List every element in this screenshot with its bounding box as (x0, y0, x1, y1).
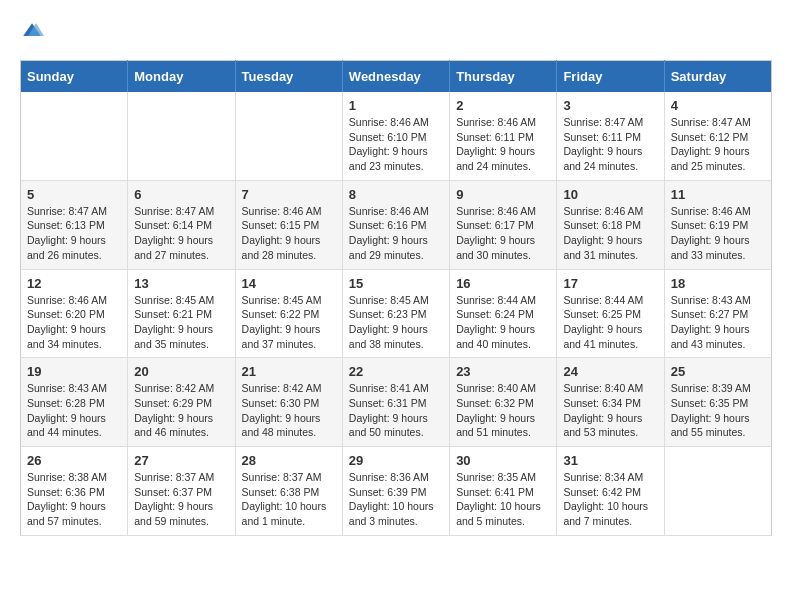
logo-icon (20, 20, 44, 44)
day-info: Sunrise: 8:37 AM Sunset: 6:38 PM Dayligh… (242, 470, 336, 529)
weekday-header: Saturday (664, 61, 771, 93)
day-info: Sunrise: 8:45 AM Sunset: 6:22 PM Dayligh… (242, 293, 336, 352)
calendar-cell: 30Sunrise: 8:35 AM Sunset: 6:41 PM Dayli… (450, 447, 557, 536)
calendar-cell: 9Sunrise: 8:46 AM Sunset: 6:17 PM Daylig… (450, 180, 557, 269)
calendar-cell: 20Sunrise: 8:42 AM Sunset: 6:29 PM Dayli… (128, 358, 235, 447)
day-number: 20 (134, 364, 228, 379)
calendar-cell (235, 92, 342, 180)
day-number: 27 (134, 453, 228, 468)
calendar-cell: 13Sunrise: 8:45 AM Sunset: 6:21 PM Dayli… (128, 269, 235, 358)
calendar-cell: 21Sunrise: 8:42 AM Sunset: 6:30 PM Dayli… (235, 358, 342, 447)
day-number: 14 (242, 276, 336, 291)
calendar-cell: 18Sunrise: 8:43 AM Sunset: 6:27 PM Dayli… (664, 269, 771, 358)
day-info: Sunrise: 8:47 AM Sunset: 6:11 PM Dayligh… (563, 115, 657, 174)
day-info: Sunrise: 8:40 AM Sunset: 6:34 PM Dayligh… (563, 381, 657, 440)
day-info: Sunrise: 8:46 AM Sunset: 6:11 PM Dayligh… (456, 115, 550, 174)
day-info: Sunrise: 8:36 AM Sunset: 6:39 PM Dayligh… (349, 470, 443, 529)
day-number: 12 (27, 276, 121, 291)
calendar-cell: 25Sunrise: 8:39 AM Sunset: 6:35 PM Dayli… (664, 358, 771, 447)
day-number: 26 (27, 453, 121, 468)
calendar-cell: 2Sunrise: 8:46 AM Sunset: 6:11 PM Daylig… (450, 92, 557, 180)
day-number: 3 (563, 98, 657, 113)
calendar-cell: 5Sunrise: 8:47 AM Sunset: 6:13 PM Daylig… (21, 180, 128, 269)
calendar-cell: 7Sunrise: 8:46 AM Sunset: 6:15 PM Daylig… (235, 180, 342, 269)
calendar-cell: 4Sunrise: 8:47 AM Sunset: 6:12 PM Daylig… (664, 92, 771, 180)
day-number: 23 (456, 364, 550, 379)
calendar-cell: 26Sunrise: 8:38 AM Sunset: 6:36 PM Dayli… (21, 447, 128, 536)
day-number: 6 (134, 187, 228, 202)
day-number: 5 (27, 187, 121, 202)
calendar-cell: 15Sunrise: 8:45 AM Sunset: 6:23 PM Dayli… (342, 269, 449, 358)
day-number: 11 (671, 187, 765, 202)
day-number: 8 (349, 187, 443, 202)
calendar-cell: 14Sunrise: 8:45 AM Sunset: 6:22 PM Dayli… (235, 269, 342, 358)
weekday-row: SundayMondayTuesdayWednesdayThursdayFrid… (21, 61, 772, 93)
day-info: Sunrise: 8:39 AM Sunset: 6:35 PM Dayligh… (671, 381, 765, 440)
weekday-header: Monday (128, 61, 235, 93)
calendar-week-row: 12Sunrise: 8:46 AM Sunset: 6:20 PM Dayli… (21, 269, 772, 358)
day-info: Sunrise: 8:46 AM Sunset: 6:16 PM Dayligh… (349, 204, 443, 263)
calendar-cell: 29Sunrise: 8:36 AM Sunset: 6:39 PM Dayli… (342, 447, 449, 536)
day-info: Sunrise: 8:46 AM Sunset: 6:15 PM Dayligh… (242, 204, 336, 263)
day-info: Sunrise: 8:46 AM Sunset: 6:10 PM Dayligh… (349, 115, 443, 174)
day-number: 9 (456, 187, 550, 202)
calendar-cell: 23Sunrise: 8:40 AM Sunset: 6:32 PM Dayli… (450, 358, 557, 447)
day-number: 30 (456, 453, 550, 468)
day-number: 10 (563, 187, 657, 202)
day-info: Sunrise: 8:38 AM Sunset: 6:36 PM Dayligh… (27, 470, 121, 529)
calendar-cell: 1Sunrise: 8:46 AM Sunset: 6:10 PM Daylig… (342, 92, 449, 180)
calendar-cell: 17Sunrise: 8:44 AM Sunset: 6:25 PM Dayli… (557, 269, 664, 358)
calendar-week-row: 19Sunrise: 8:43 AM Sunset: 6:28 PM Dayli… (21, 358, 772, 447)
day-number: 2 (456, 98, 550, 113)
calendar-week-row: 26Sunrise: 8:38 AM Sunset: 6:36 PM Dayli… (21, 447, 772, 536)
day-info: Sunrise: 8:46 AM Sunset: 6:20 PM Dayligh… (27, 293, 121, 352)
day-number: 18 (671, 276, 765, 291)
calendar-cell: 28Sunrise: 8:37 AM Sunset: 6:38 PM Dayli… (235, 447, 342, 536)
calendar-cell: 22Sunrise: 8:41 AM Sunset: 6:31 PM Dayli… (342, 358, 449, 447)
day-number: 13 (134, 276, 228, 291)
calendar-body: 1Sunrise: 8:46 AM Sunset: 6:10 PM Daylig… (21, 92, 772, 535)
calendar-cell: 10Sunrise: 8:46 AM Sunset: 6:18 PM Dayli… (557, 180, 664, 269)
weekday-header: Sunday (21, 61, 128, 93)
calendar-cell: 31Sunrise: 8:34 AM Sunset: 6:42 PM Dayli… (557, 447, 664, 536)
day-number: 7 (242, 187, 336, 202)
day-info: Sunrise: 8:46 AM Sunset: 6:19 PM Dayligh… (671, 204, 765, 263)
calendar-cell: 6Sunrise: 8:47 AM Sunset: 6:14 PM Daylig… (128, 180, 235, 269)
logo (20, 20, 48, 44)
day-info: Sunrise: 8:43 AM Sunset: 6:28 PM Dayligh… (27, 381, 121, 440)
calendar-cell: 12Sunrise: 8:46 AM Sunset: 6:20 PM Dayli… (21, 269, 128, 358)
day-info: Sunrise: 8:46 AM Sunset: 6:17 PM Dayligh… (456, 204, 550, 263)
day-info: Sunrise: 8:37 AM Sunset: 6:37 PM Dayligh… (134, 470, 228, 529)
day-info: Sunrise: 8:34 AM Sunset: 6:42 PM Dayligh… (563, 470, 657, 529)
day-number: 4 (671, 98, 765, 113)
day-info: Sunrise: 8:35 AM Sunset: 6:41 PM Dayligh… (456, 470, 550, 529)
calendar-cell (664, 447, 771, 536)
day-info: Sunrise: 8:46 AM Sunset: 6:18 PM Dayligh… (563, 204, 657, 263)
calendar-week-row: 5Sunrise: 8:47 AM Sunset: 6:13 PM Daylig… (21, 180, 772, 269)
day-number: 21 (242, 364, 336, 379)
day-number: 24 (563, 364, 657, 379)
calendar-cell: 3Sunrise: 8:47 AM Sunset: 6:11 PM Daylig… (557, 92, 664, 180)
calendar-cell: 19Sunrise: 8:43 AM Sunset: 6:28 PM Dayli… (21, 358, 128, 447)
day-number: 22 (349, 364, 443, 379)
day-info: Sunrise: 8:47 AM Sunset: 6:13 PM Dayligh… (27, 204, 121, 263)
day-info: Sunrise: 8:44 AM Sunset: 6:25 PM Dayligh… (563, 293, 657, 352)
day-info: Sunrise: 8:47 AM Sunset: 6:12 PM Dayligh… (671, 115, 765, 174)
day-info: Sunrise: 8:41 AM Sunset: 6:31 PM Dayligh… (349, 381, 443, 440)
calendar-cell: 24Sunrise: 8:40 AM Sunset: 6:34 PM Dayli… (557, 358, 664, 447)
weekday-header: Thursday (450, 61, 557, 93)
weekday-header: Friday (557, 61, 664, 93)
day-info: Sunrise: 8:47 AM Sunset: 6:14 PM Dayligh… (134, 204, 228, 263)
day-info: Sunrise: 8:44 AM Sunset: 6:24 PM Dayligh… (456, 293, 550, 352)
weekday-header: Tuesday (235, 61, 342, 93)
day-info: Sunrise: 8:40 AM Sunset: 6:32 PM Dayligh… (456, 381, 550, 440)
calendar-cell: 27Sunrise: 8:37 AM Sunset: 6:37 PM Dayli… (128, 447, 235, 536)
calendar-header: SundayMondayTuesdayWednesdayThursdayFrid… (21, 61, 772, 93)
day-number: 31 (563, 453, 657, 468)
calendar-cell (21, 92, 128, 180)
day-number: 16 (456, 276, 550, 291)
day-number: 15 (349, 276, 443, 291)
day-number: 17 (563, 276, 657, 291)
calendar-cell: 11Sunrise: 8:46 AM Sunset: 6:19 PM Dayli… (664, 180, 771, 269)
calendar-cell: 16Sunrise: 8:44 AM Sunset: 6:24 PM Dayli… (450, 269, 557, 358)
